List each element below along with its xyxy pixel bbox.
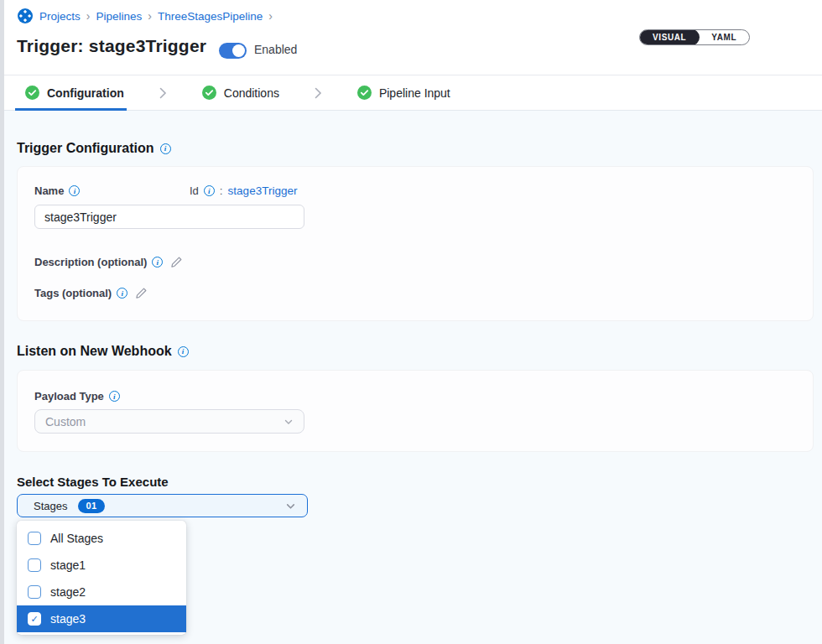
label-text: Payload Type	[34, 390, 104, 402]
menu-item-stage3[interactable]: ✓ stage3	[17, 605, 186, 632]
webhook-card: Payload Type i Custom	[17, 370, 814, 452]
stages-select-label: Stages	[34, 500, 67, 512]
checkbox[interactable]	[28, 532, 41, 545]
payload-type-value: Custom	[45, 415, 86, 428]
checkbox[interactable]	[28, 558, 41, 572]
tab-label: Pipeline Input	[379, 86, 450, 100]
menu-item-label: stage1	[50, 558, 86, 572]
select-stages-heading: Select Stages To Execute	[17, 475, 169, 489]
chevron-right-icon	[315, 87, 322, 99]
menu-item-label: stage2	[50, 585, 86, 599]
check-circle-icon	[25, 86, 39, 100]
content-area: Trigger Configuration i Name i Id i : st…	[4, 111, 822, 644]
id-value-link[interactable]: stage3Trigger	[228, 184, 298, 197]
tab-label: Configuration	[47, 86, 124, 100]
name-id-row: Name i Id i : stage3Trigger	[34, 184, 297, 197]
check-circle-icon	[357, 86, 372, 100]
page-header: Projects › Pipelines › ThreeStagesPipeli…	[4, 0, 822, 75]
name-input[interactable]	[34, 205, 304, 229]
visual-toggle-button[interactable]: VISUAL	[639, 29, 700, 45]
breadcrumb-separator: ›	[268, 9, 273, 23]
menu-item-stage2[interactable]: stage2	[17, 579, 186, 605]
payload-type-label: Payload Type i	[34, 390, 120, 402]
info-icon[interactable]: i	[117, 288, 127, 299]
stages-dropdown-menu: All Stages stage1 stage2 ✓ stage3	[17, 521, 186, 635]
description-row: Description (optional) i	[34, 256, 183, 268]
trigger-configuration-heading: Trigger Configuration i	[17, 141, 171, 156]
tab-conditions[interactable]: Conditions	[202, 86, 279, 100]
menu-item-label: All Stages	[50, 532, 103, 545]
heading-text: Select Stages To Execute	[17, 475, 169, 489]
edit-pencil-icon[interactable]	[170, 256, 183, 268]
chevron-right-icon	[159, 87, 167, 99]
chevron-down-icon	[285, 501, 296, 512]
tags-label: Tags (optional)	[34, 287, 112, 299]
trigger-configuration-card: Name i Id i : stage3Trigger Description …	[17, 166, 814, 321]
breadcrumb-link-pipelines[interactable]: Pipelines	[96, 10, 142, 23]
checkbox[interactable]: ✓	[28, 612, 41, 626]
yaml-toggle-button[interactable]: YAML	[699, 30, 749, 44]
breadcrumb-link-projects[interactable]: Projects	[39, 10, 81, 23]
trigger-id: Id i : stage3Trigger	[190, 184, 297, 197]
breadcrumb-link-pipeline-name[interactable]: ThreeStagesPipeline	[158, 10, 263, 23]
project-logo-icon[interactable]	[17, 8, 34, 24]
menu-item-label: stage3	[50, 612, 86, 626]
id-separator: :	[220, 184, 223, 197]
info-icon[interactable]: i	[152, 257, 163, 267]
trigger-page: Projects › Pipelines › ThreeStagesPipeli…	[0, 0, 822, 644]
edit-pencil-icon[interactable]	[135, 287, 148, 299]
breadcrumb-separator: ›	[86, 9, 91, 23]
enabled-label: Enabled	[254, 43, 297, 56]
chevron-down-icon	[284, 417, 294, 427]
payload-type-select[interactable]: Custom	[34, 409, 304, 434]
stages-multiselect[interactable]: Stages 01	[17, 494, 308, 517]
webhook-heading: Listen on New Webhook i	[17, 344, 189, 359]
tab-configuration[interactable]: Configuration	[25, 86, 124, 100]
heading-text: Listen on New Webhook	[17, 344, 172, 359]
heading-text: Trigger Configuration	[17, 141, 154, 156]
toggle-knob	[232, 44, 245, 57]
info-icon[interactable]: i	[69, 185, 80, 196]
selected-count-badge: 01	[78, 499, 104, 513]
breadcrumb-separator: ›	[148, 9, 152, 23]
wizard-tabbar: Configuration Conditions Pipeline Input	[4, 75, 822, 111]
info-icon[interactable]: i	[204, 185, 215, 196]
visual-yaml-toggle: VISUAL YAML	[639, 29, 750, 45]
info-icon[interactable]: i	[178, 346, 189, 357]
page-title: Trigger: stage3Trigger	[17, 36, 206, 56]
breadcrumb: Projects › Pipelines › ThreeStagesPipeli…	[17, 8, 273, 24]
info-icon[interactable]: i	[160, 143, 171, 154]
enabled-toggle[interactable]	[219, 43, 247, 59]
menu-item-stage1[interactable]: stage1	[17, 552, 186, 579]
name-label: Name i	[34, 184, 190, 197]
info-icon[interactable]: i	[109, 391, 120, 402]
label-text: Name	[34, 184, 64, 197]
tab-pipeline-input[interactable]: Pipeline Input	[357, 86, 450, 100]
tab-label: Conditions	[224, 86, 279, 100]
description-label: Description (optional)	[34, 256, 147, 268]
checkbox[interactable]	[28, 585, 41, 599]
id-label: Id	[190, 184, 199, 197]
menu-item-all-stages[interactable]: All Stages	[17, 525, 186, 552]
tags-row: Tags (optional) i	[34, 287, 148, 299]
check-circle-icon	[202, 86, 216, 100]
